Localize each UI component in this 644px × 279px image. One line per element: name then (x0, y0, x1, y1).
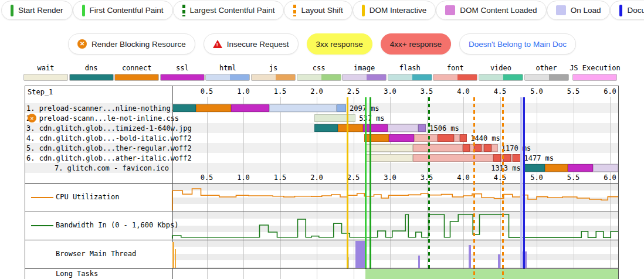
axis-tick-bottom: 5.5 (564, 173, 584, 182)
legend-pill-label: Largest Contentful Paint (190, 6, 275, 15)
cpu-utilization-line-icon (31, 197, 53, 198)
long-tasks-label: Long Tasks (56, 270, 170, 278)
cpu-utilization-chart (172, 183, 618, 212)
waterfall-bar-dns (524, 164, 545, 172)
status-pill-label: 4xx+ response (390, 40, 442, 49)
wait-swatch-icon (23, 74, 68, 81)
font-swatch-icon (433, 74, 477, 81)
main-thread-bar (498, 254, 500, 268)
mt-stripes (172, 240, 618, 268)
layout-shift-marker-icon (293, 5, 296, 16)
resource-legend-label: html (219, 64, 236, 72)
request-row-label[interactable]: 5. cdn.glitch.glob...ther-regular.woff2 (26, 144, 169, 152)
axis-tick-top: 0.5 (197, 87, 217, 96)
waterfall-bar-ssl (231, 104, 269, 112)
legend-pill-label: DOM Content Loaded (460, 6, 537, 15)
legend-pill-on-load: On Load (547, 1, 611, 20)
resource-legend-video: video (479, 64, 523, 81)
axis-tick-bottom: 4.5 (490, 173, 510, 182)
resource-legend-font: font (433, 64, 477, 81)
resource-legend-flash: flash (388, 64, 432, 81)
waterfall-bar-font (414, 134, 438, 142)
document-complete-marker-line (523, 97, 525, 268)
largest-contentful-paint-marker-line (428, 97, 430, 268)
waterfall-bar-dns (172, 104, 196, 112)
legend-pill-largest-contentful-paint: Largest Contentful Paint (173, 1, 284, 20)
waterfall-bar-connect (196, 104, 231, 112)
request-row-label[interactable]: 2. preload-scann...le-not-inline.css (26, 114, 169, 123)
waterfall-bar-font (454, 134, 460, 142)
legend-pill-label: Layout Shift (301, 6, 343, 15)
axis-tick-top: 4.0 (453, 87, 473, 96)
js-execution-swatch-icon (572, 74, 617, 81)
main-thread-bar (418, 256, 421, 268)
resource-legend-js-execution: JS Execution (570, 64, 621, 81)
status-pill-label: Doesn't Belong to Main Doc (469, 40, 567, 49)
resource-legend-other: other (524, 64, 569, 81)
status-pill-render-blocking-resource: ✕Render Blocking Resource (68, 33, 195, 55)
bandwidth-in-chart (172, 212, 618, 240)
request-row-label[interactable]: 7. glitch.com - favicon.ico (26, 164, 169, 172)
axis-tick-top: 5.5 (564, 87, 584, 96)
waterfall-bar-font (492, 144, 498, 152)
connect-swatch-icon (114, 74, 159, 81)
start-render-marker-line (365, 97, 367, 268)
waterfall-bar-font_dark (438, 134, 454, 142)
request-row-label[interactable]: 1. preload-scanner...nline-nothing.html (26, 104, 169, 113)
resource-legend-label: flash (399, 64, 421, 72)
request-time-label: 1506 ms (429, 124, 459, 132)
waterfall-bar-image (593, 164, 618, 172)
resource-legend-js: js (251, 64, 296, 81)
resource-legend-label: video (490, 64, 511, 72)
render-blocking-icon: ✕ (28, 114, 36, 123)
resource-type-legend: waitdnsconnectsslhtmljscssimageflashfont… (23, 64, 621, 81)
waterfall-bar-ssl (389, 134, 415, 142)
video-swatch-icon (479, 74, 523, 81)
waterfall-bar-html (269, 104, 337, 112)
axis-tick-top: 2.5 (344, 87, 364, 96)
axis-tick-bottom: 1.0 (233, 173, 253, 182)
resource-legend-ssl: ssl (160, 64, 205, 81)
waterfall-bar-html_dark (337, 104, 346, 112)
html-swatch-icon (205, 74, 250, 81)
legend-pill-label: Start Render (18, 6, 63, 15)
axis-tick-bottom: 5.0 (527, 173, 547, 182)
request-row-label[interactable]: 4. cdn.glitch.glob...-bold-italic.woff2 (26, 134, 169, 142)
webpagetest-waterfall-view: { "marker_legend": { "items": [ {"label"… (0, 0, 644, 279)
legend-pill-document-complete: Document Complete (610, 1, 644, 20)
legend-pill-start-render: Start Render (1, 1, 73, 20)
status-pill-label: 3xx response (316, 40, 363, 49)
resource-legend-label: js (269, 64, 277, 72)
axis-tick-bottom: 2.0 (307, 173, 327, 182)
ssl-swatch-icon (160, 74, 205, 81)
resource-legend-label: image (354, 64, 375, 72)
legend-pill-label: On Load (571, 6, 601, 15)
first-contentful-paint-marker-icon (82, 5, 85, 16)
waterfall-bar-image_dark (418, 124, 426, 132)
request-row-label[interactable]: 3. cdn.glitch.glob...timized-1-640w.jpg (26, 124, 169, 132)
axis-tick-bottom: 6.0 (600, 173, 620, 182)
waterfall-bar-wait (365, 154, 413, 162)
insecure-request-icon: ! (213, 40, 222, 48)
axis-tick-top: 6.0 (600, 87, 620, 96)
request-row-label[interactable]: 6. cdn.glitch.glob...ather-italic.woff2 (26, 154, 169, 162)
main-thread-bar (355, 241, 365, 268)
legend-pill-first-contentful-paint: First Contentful Paint (73, 1, 173, 20)
other-swatch-icon (524, 74, 569, 81)
waterfall-bar-image (388, 124, 418, 132)
waterfall-bar-font_dark (513, 154, 521, 162)
waterfall-panel: 0.50.51.01.01.51.52.02.02.52.53.03.03.53… (25, 86, 619, 279)
step-label: Step_1 (28, 88, 168, 96)
status-legend: ✕Render Blocking Resource!Insecure Reque… (0, 33, 644, 55)
axis-tick-top: 3.5 (417, 87, 437, 96)
waterfall-bar-css (314, 114, 355, 122)
main-thread-bar (172, 242, 174, 268)
status-pill-doesn-t-belong-to-main-doc[interactable]: Doesn't Belong to Main Doc (459, 33, 576, 55)
waterfall-bar-font_dark (463, 144, 470, 152)
resource-legend-wait: wait (23, 64, 68, 81)
waterfall-bar-connect (364, 134, 388, 142)
long-task-bar (365, 269, 618, 279)
first-contentful-paint-marker-line (370, 97, 371, 268)
axis-tick-bottom: 3.0 (380, 173, 400, 182)
layout-shift-2-marker-line (502, 97, 504, 279)
